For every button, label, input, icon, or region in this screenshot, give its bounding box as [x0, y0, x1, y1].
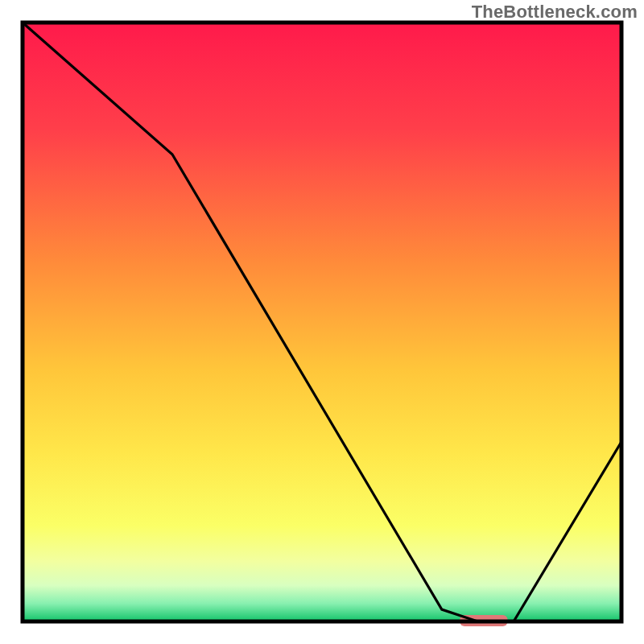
plot-background	[23, 23, 621, 621]
watermark-text: TheBottleneck.com	[472, 2, 638, 23]
chart-container: TheBottleneck.com	[0, 0, 644, 644]
bottleneck-chart	[0, 0, 644, 644]
